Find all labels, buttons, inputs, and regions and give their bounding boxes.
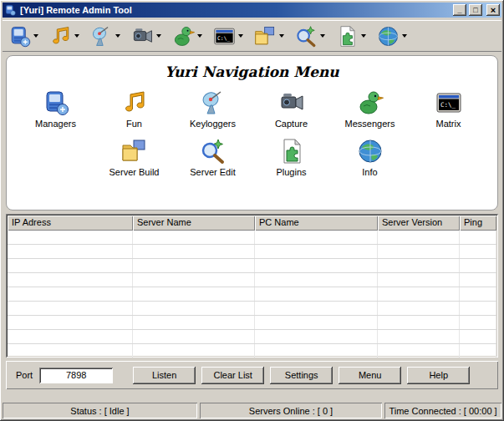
toolbar-info-button[interactable] (375, 23, 409, 49)
nav-item-fun[interactable]: Fun (103, 89, 166, 129)
nav-item-label: Info (362, 167, 377, 177)
info-icon (357, 138, 384, 165)
nav-item-capture[interactable]: Capture (260, 89, 323, 129)
dropdown-arrow-icon (238, 34, 243, 38)
table-row (8, 245, 496, 259)
table-cell (378, 344, 460, 358)
toolbar-capture-button[interactable] (130, 23, 163, 49)
toolbar-server-build-button[interactable] (252, 23, 286, 49)
settings-button[interactable]: Settings (270, 367, 333, 384)
table-cell (8, 273, 133, 287)
navigation-panel: Yuri Navigation Menu Managers Fun Keylog… (6, 55, 498, 210)
table-cell (460, 287, 496, 301)
close-button[interactable]: × (486, 4, 500, 16)
minimize-button[interactable]: _ (453, 4, 466, 16)
plugins-icon (336, 25, 359, 48)
port-label: Port (16, 370, 33, 380)
nav-item-plugins[interactable]: Plugins (260, 138, 323, 177)
toolbar-fun-button[interactable] (48, 23, 81, 49)
toolbar-messengers-button[interactable] (171, 23, 204, 49)
maximize-button[interactable]: □ (469, 4, 482, 16)
table-cell (378, 316, 460, 329)
nav-item-server-edit[interactable]: Server Edit (181, 138, 245, 177)
app-icon (4, 4, 16, 16)
nav-item-label: Server Build (109, 167, 160, 177)
nav-item-info[interactable]: Info (339, 138, 402, 177)
table-cell (8, 287, 133, 301)
menu-button[interactable]: Menu (339, 367, 401, 384)
nav-item-label: Managers (35, 119, 76, 129)
nav-item-keyloggers[interactable]: Keyloggers (181, 89, 245, 129)
status-text: Status : [ Idle ] (3, 403, 197, 418)
table-cell (133, 245, 255, 258)
column-header-server-name[interactable]: Server Name (133, 216, 255, 231)
table-cell (378, 273, 460, 287)
table-cell (133, 302, 255, 315)
nav-item-label: Matrix (436, 119, 461, 129)
server-listview[interactable]: IP Adress Server Name PC Name Server Ver… (6, 214, 498, 358)
table-cell (460, 259, 496, 272)
matrix-icon: C:\_ (213, 25, 236, 48)
nav-item-label: Fun (126, 119, 142, 129)
plugins-icon (278, 138, 305, 165)
table-row (8, 259, 496, 273)
nav-item-label: Messengers (345, 119, 395, 129)
table-row (8, 231, 496, 245)
table-cell (255, 259, 378, 272)
help-button[interactable]: Help (407, 367, 470, 384)
table-cell (255, 316, 378, 329)
messengers-icon (172, 25, 195, 48)
table-cell (378, 259, 460, 272)
table-cell (133, 273, 255, 287)
toolbar-server-edit-button[interactable] (293, 23, 327, 49)
listview-header: IP Adress Server Name PC Name Server Ver… (8, 216, 496, 231)
table-cell (8, 245, 133, 258)
table-cell (378, 287, 460, 301)
clear-list-button[interactable]: Clear List (201, 367, 264, 384)
toolbar-keyloggers-button[interactable] (89, 23, 122, 49)
table-row (8, 316, 496, 330)
table-cell (378, 245, 460, 258)
server-build-icon (121, 138, 148, 165)
column-header-ip-adress[interactable]: IP Adress (8, 216, 133, 231)
table-row (8, 344, 496, 358)
table-cell (133, 316, 255, 329)
dropdown-arrow-icon (33, 34, 38, 38)
table-cell (255, 344, 378, 358)
nav-row-2: Server Build Server Edit Plugins Info (7, 138, 497, 177)
app-window: [Yuri] Remote Admin Tool _ □ × C:\_ Yuri… (0, 0, 504, 421)
port-input[interactable] (39, 368, 113, 383)
table-cell (133, 259, 255, 272)
table-cell (255, 287, 378, 301)
table-cell (133, 231, 255, 244)
nav-item-server-build[interactable]: Server Build (103, 138, 166, 177)
keyloggers-icon (90, 25, 113, 48)
table-cell (460, 302, 496, 315)
toolbar-matrix-button[interactable]: C:\_ (211, 23, 245, 49)
dropdown-arrow-icon (361, 34, 366, 38)
column-header-pc-name[interactable]: PC Name (255, 216, 378, 231)
nav-item-messengers[interactable]: Messengers (339, 89, 402, 129)
nav-item-matrix[interactable]: C:\_Matrix (417, 89, 481, 129)
table-cell (460, 245, 496, 258)
table-row (8, 273, 496, 287)
table-cell (255, 231, 378, 244)
statusbar: Status : [ Idle ] Servers Online : [ 0 ]… (3, 403, 501, 418)
toolbar-plugins-button[interactable] (334, 23, 368, 49)
servers-online-text: Servers Online : [ 0 ] (200, 403, 382, 418)
column-header-ping[interactable]: Ping (460, 216, 496, 231)
table-cell (378, 231, 460, 244)
nav-item-managers[interactable]: Managers (24, 89, 88, 129)
titlebar[interactable]: [Yuri] Remote Admin Tool _ □ × (3, 3, 501, 18)
table-cell (378, 302, 460, 315)
toolbar-managers-button[interactable] (7, 23, 40, 49)
dropdown-arrow-icon (115, 34, 120, 38)
table-cell (460, 330, 496, 343)
table-cell (255, 330, 378, 343)
svg-text:C:\_: C:\_ (440, 101, 456, 109)
table-cell (133, 344, 255, 358)
listen-button[interactable]: Listen (133, 367, 196, 384)
table-cell (8, 330, 133, 343)
table-row (8, 330, 496, 344)
column-header-server-version[interactable]: Server Version (378, 216, 460, 231)
